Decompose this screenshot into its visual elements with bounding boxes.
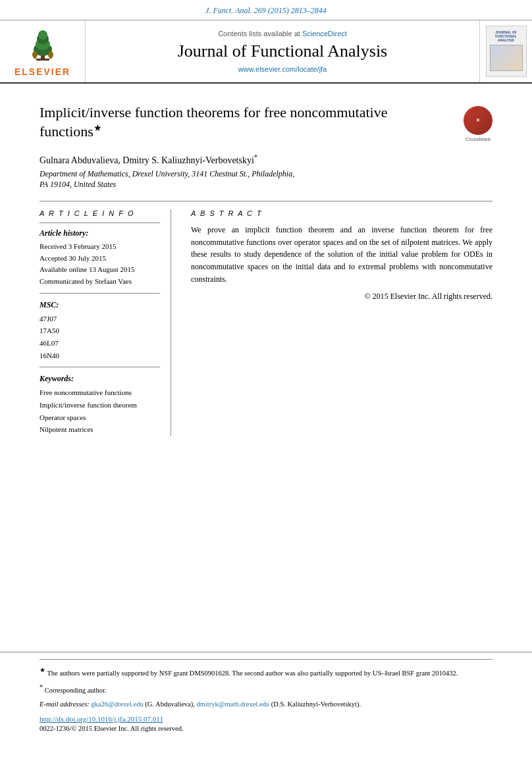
svg-point-5 [38,30,47,40]
journal-url: www.elsevier.com/locate/jfa [238,65,327,73]
footnote-1: ★ The authors were partially supported b… [40,665,492,678]
crossmark-label: CrossMark [464,136,492,142]
msc-46l07: 46L07 [40,337,160,350]
contents-line: Contents lists available at ScienceDirec… [218,30,347,38]
elsevier-logo: ELSEVIER [0,20,86,82]
footer-section: ★ The authors were partially supported b… [0,652,532,739]
msc-17a50: 17A50 [40,325,160,337]
sciencedirect-link[interactable]: ScienceDirect [302,30,347,38]
two-column-section: A R T I C L E I N F O Article history: R… [40,209,492,436]
footnote-corresponding: * Corresponding author. [40,682,492,695]
abstract-label: A B S T R A C T [191,209,492,217]
svg-rect-7 [34,55,36,59]
divider [40,201,492,201]
citation-text: J. Funct. Anal. 269 (2015) 2813–2844 [205,6,327,15]
copyright-line: © 2015 Elsevier Inc. All rights reserved… [191,292,492,302]
msc-16n40: 16N40 [40,350,160,362]
journal-main-title: Journal of Functional Analysis [178,41,387,61]
thumb-title: JOURNAL OF FUNCTIONAL ANALYSIS [495,30,517,42]
journal-thumbnail: JOURNAL OF FUNCTIONAL ANALYSIS [479,20,532,82]
journal-title-center: Contents lists available at ScienceDirec… [86,20,479,82]
article-body: Implicit/inverse function theorems for f… [0,84,532,449]
available-online: Available online 13 August 2015 [40,264,160,276]
abstract-column: A B S T R A C T We prove an implicit fun… [191,209,492,436]
crossmark-circle: ✕ [464,106,492,135]
keyword-3: Operator spaces [40,411,160,424]
accepted: Accepted 30 July 2015 [40,253,160,265]
communicated-by: Communicated by Stefaan Vaes [40,276,160,288]
svg-rect-9 [49,55,52,59]
authors-line: Gulnara Abduvalieva, Dmitry S. Kaliuzhny… [40,153,492,166]
issn-line: 0022-1236/© 2015 Elsevier Inc. All right… [40,725,492,732]
keyword-4: Nilpotent matrices [40,423,160,436]
elsevier-label: ELSEVIER [14,66,70,77]
journal-header: ELSEVIER Contents lists available at Sci… [0,20,532,84]
msc-label: MSC: [40,300,160,310]
affiliation: Department of Mathematics, Drexel Univer… [40,169,492,191]
article-title: Implicit/inverse function theorems for f… [40,103,453,142]
keyword-2: Implicit/inverse function theorem [40,399,160,411]
keywords-label: Keywords: [40,374,160,384]
received: Received 3 February 2015 [40,241,160,253]
article-title-section: Implicit/inverse function theorems for f… [40,97,492,142]
doi-link[interactable]: http://dx.doi.org/10.1016/j.jfa.2015.07.… [40,715,492,723]
email-2-link[interactable]: dmitryk@math.drexel.edu [197,700,270,708]
crossmark-badge: ✕ CrossMark [464,106,492,142]
article-info-label: A R T I C L E I N F O [40,209,160,217]
abstract-text: We prove an implicit function theorem an… [191,224,492,285]
history-label: Article history: [40,228,160,238]
article-info-column: A R T I C L E I N F O Article history: R… [40,209,171,436]
email-1-link[interactable]: gka26@drexel.edu [91,700,143,708]
keyword-1: Free noncommutative functions [40,386,160,399]
footnote-emails: E-mail addresses: gka26@drexel.edu (G. A… [40,699,492,710]
citation-bar: J. Funct. Anal. 269 (2015) 2813–2844 [0,0,532,20]
msc-47j07: 47J07 [40,313,160,325]
